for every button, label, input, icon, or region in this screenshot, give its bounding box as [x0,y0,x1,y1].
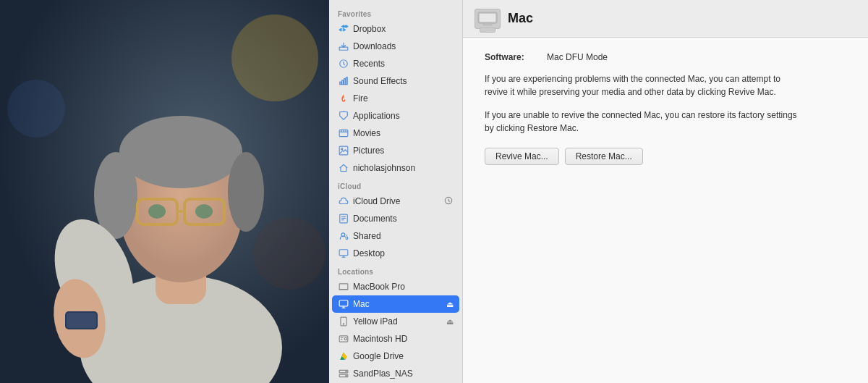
person-silhouette [0,0,329,383]
sidebar-item-movies[interactable]: Movies [332,125,459,142]
mac-icon-svg [477,12,498,26]
mac-eject-icon[interactable]: ⏏ [446,300,454,309]
macintosh-hd-icon [338,333,349,345]
software-value: Mac DFU Mode [547,52,608,62]
downloads-icon [338,41,349,52]
icloud-drive-icon [338,195,349,207]
sidebar-item-sound-effects[interactable]: Sound Effects [332,72,459,90]
icloud-drive-sync-icon [443,195,454,207]
svg-rect-42 [339,300,348,306]
recents-icon [338,58,349,70]
mac-device-icon [475,9,501,29]
sidebar-item-sandplas-nas-label: SandPlas_NAS [353,369,413,379]
svg-rect-41 [339,284,348,290]
shared-icon [338,230,349,242]
sound-effects-icon [338,75,349,87]
pictures-icon [338,145,349,156]
sidebar-item-yellow-ipad[interactable]: Yellow iPad ⏏ [332,313,459,330]
restore-mac-button[interactable]: Restore Mac... [565,148,643,165]
sidebar-item-downloads[interactable]: Downloads [332,38,459,55]
fire-icon [338,93,349,104]
macbook-pro-icon [338,281,349,292]
svg-point-4 [119,116,242,188]
svg-rect-56 [480,14,495,22]
page-title: Mac [508,11,533,26]
sidebar-item-shared[interactable]: Shared [332,227,459,245]
sidebar-item-mac-label: Mac [353,299,370,309]
svg-rect-24 [346,77,348,85]
svg-point-54 [346,375,346,376]
mac-location-icon [338,298,349,310]
sidebar-item-pictures-label: Pictures [353,146,384,156]
sidebar-item-home[interactable]: nicholasjohnson [332,159,459,177]
sidebar-item-macbook-pro-label: MacBook Pro [353,282,405,292]
sidebar-item-dropbox-label: Dropbox [353,24,386,34]
icloud-section-label: iCloud [329,177,462,193]
software-row: Software: Mac DFU Mode [485,52,846,62]
sidebar: Favorites Dropbox Downloads Recents Soun… [329,0,463,383]
sidebar-item-icloud-drive-label: iCloud Drive [353,196,400,206]
sidebar-item-documents[interactable]: Documents [332,210,459,227]
svg-point-6 [228,152,264,232]
revive-mac-button[interactable]: Revive Mac... [485,148,559,165]
documents-icon [338,213,349,224]
sidebar-item-google-drive-label: Google Drive [353,351,404,361]
sidebar-item-applications[interactable]: Applications [332,107,459,125]
svg-rect-38 [339,250,348,256]
photo-panel [0,0,329,383]
movies-icon [338,127,349,139]
sidebar-item-mac[interactable]: Mac ⏏ [332,295,459,313]
sidebar-item-shared-label: Shared [353,231,381,241]
applications-icon [338,110,349,122]
svg-rect-23 [344,79,346,85]
main-content: Mac Software: Mac DFU Mode If you are ex… [463,0,868,383]
sidebar-item-fire[interactable]: Fire [332,90,459,107]
svg-point-48 [344,337,347,340]
sidebar-item-google-drive[interactable]: Google Drive [332,348,459,365]
ipad-eject-icon[interactable]: ⏏ [446,317,454,327]
svg-point-16 [231,14,318,101]
sidebar-item-recents-label: Recents [353,59,385,69]
sidebar-item-movies-label: Movies [353,128,380,138]
sidebar-item-home-label: nicholasjohnson [353,163,415,173]
sidebar-item-recents[interactable]: Recents [332,55,459,72]
locations-section-label: Locations [329,262,462,278]
sidebar-item-pictures[interactable]: Pictures [332,142,459,159]
main-body: Software: Mac DFU Mode If you are experi… [463,38,868,383]
info-text-restore: If you are unable to revive the connecte… [485,109,803,135]
sidebar-item-icloud-drive[interactable]: iCloud Drive [332,193,459,210]
sidebar-item-macintosh-hd[interactable]: Macintosh HD [332,330,459,348]
yellow-ipad-icon [338,316,349,327]
sidebar-item-documents-label: Documents [353,214,397,224]
software-label: Software: [485,52,542,62]
sidebar-item-desktop-label: Desktop [353,248,385,258]
sidebar-item-macintosh-hd-label: Macintosh HD [353,334,407,344]
svg-point-53 [346,371,346,372]
svg-rect-15 [67,313,96,328]
svg-rect-22 [342,80,344,85]
svg-point-31 [341,148,343,150]
svg-point-18 [253,217,326,290]
finder-window: Favorites Dropbox Downloads Recents Soun… [329,0,868,383]
button-row: Revive Mac... Restore Mac... [485,148,846,165]
sidebar-item-dropbox[interactable]: Dropbox [332,20,459,38]
home-icon [338,162,349,174]
info-text-revive: If you are experiencing problems with th… [485,72,803,98]
favorites-section-label: Favorites [329,4,462,20]
dropbox-icon [338,23,349,35]
sandplas-nas-icon [338,368,349,379]
sidebar-item-yellow-ipad-label: Yellow iPad [353,316,398,327]
svg-rect-57 [483,23,492,25]
sidebar-item-applications-label: Applications [353,111,400,121]
sidebar-item-sandplas-nas[interactable]: SandPlas_NAS [332,365,459,382]
google-drive-icon [338,350,349,362]
svg-point-17 [7,80,65,138]
svg-point-10 [148,204,166,219]
main-header: Mac [463,0,868,38]
svg-rect-21 [340,82,341,85]
sidebar-item-desktop[interactable]: Desktop [332,245,459,262]
sidebar-item-fire-label: Fire [353,93,368,104]
desktop-icon [338,248,349,259]
svg-point-11 [195,204,213,219]
sidebar-item-macbook-pro[interactable]: MacBook Pro [332,278,459,295]
